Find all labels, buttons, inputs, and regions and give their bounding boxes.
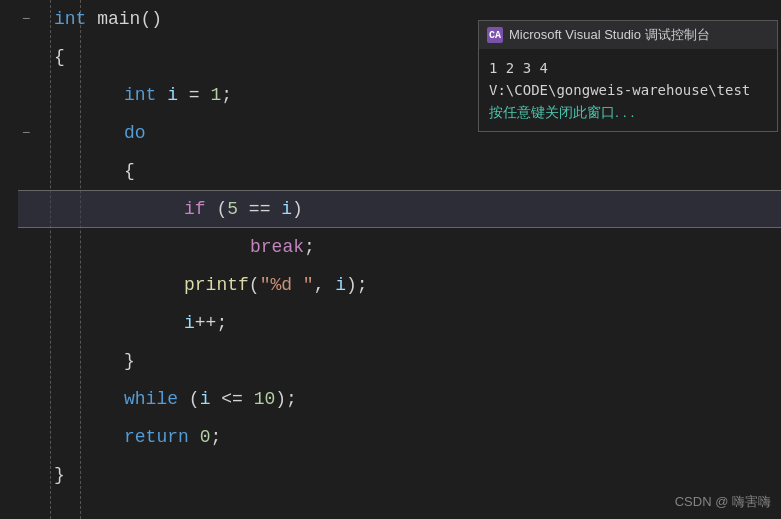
console-title: Microsoft Visual Studio 调试控制台 bbox=[509, 26, 710, 44]
token: ); bbox=[275, 380, 297, 418]
token: "%d " bbox=[260, 266, 314, 304]
token: 5 bbox=[227, 190, 238, 228]
token: break bbox=[250, 228, 304, 266]
vs-icon: CA bbox=[487, 27, 503, 43]
token: while bbox=[124, 380, 178, 418]
token: , bbox=[314, 266, 336, 304]
console-window: CA Microsoft Visual Studio 调试控制台 1 2 3 4… bbox=[478, 20, 778, 132]
token: ( bbox=[206, 190, 228, 228]
token: i bbox=[200, 380, 211, 418]
token: { bbox=[124, 152, 135, 190]
token: ; bbox=[221, 76, 232, 114]
code-line-13: } bbox=[18, 456, 781, 494]
token: = bbox=[178, 76, 210, 114]
token: ( bbox=[178, 380, 200, 418]
console-titlebar: CA Microsoft Visual Studio 调试控制台 bbox=[479, 21, 777, 49]
watermark: CSDN @ 嗨害嗨 bbox=[675, 493, 771, 511]
token: i bbox=[281, 190, 292, 228]
token: ); bbox=[346, 266, 368, 304]
token: printf bbox=[184, 266, 249, 304]
token: <= bbox=[210, 380, 253, 418]
token: if bbox=[184, 190, 206, 228]
collapse-icon-2[interactable]: − bbox=[22, 114, 30, 152]
token: == bbox=[238, 190, 281, 228]
code-line-12: return 0 ; bbox=[18, 418, 781, 456]
token: } bbox=[54, 456, 65, 494]
token: ( bbox=[249, 266, 260, 304]
token bbox=[189, 418, 200, 456]
console-body: 1 2 3 4 V:\CODE\gongweis-warehouse\test … bbox=[479, 49, 777, 131]
token: ++; bbox=[195, 304, 227, 342]
token: 0 bbox=[200, 418, 211, 456]
code-line-5: { bbox=[18, 152, 781, 190]
token bbox=[156, 76, 167, 114]
console-output-2: V:\CODE\gongweis-warehouse\test bbox=[489, 79, 767, 101]
code-line-9: i ++; bbox=[18, 304, 781, 342]
token: 1 bbox=[210, 76, 221, 114]
token: } bbox=[124, 342, 135, 380]
token: { bbox=[54, 38, 65, 76]
collapse-icon-1[interactable]: − bbox=[22, 0, 30, 38]
code-line-6: if ( 5 == i ) bbox=[18, 190, 781, 228]
token: ) bbox=[292, 190, 303, 228]
code-line-7: break ; bbox=[18, 228, 781, 266]
code-line-10: } bbox=[18, 342, 781, 380]
token: do bbox=[124, 114, 146, 152]
code-line-11: while ( i <= 10 ); bbox=[18, 380, 781, 418]
token: return bbox=[124, 418, 189, 456]
token: i bbox=[335, 266, 346, 304]
token: 10 bbox=[254, 380, 276, 418]
token: ; bbox=[304, 228, 315, 266]
token: i bbox=[184, 304, 195, 342]
console-output-3: 按任意键关闭此窗口. . . bbox=[489, 101, 767, 123]
token: i bbox=[167, 76, 178, 114]
code-line-8: printf ( "%d " , i ); bbox=[18, 266, 781, 304]
token: int bbox=[54, 0, 86, 38]
console-output-1: 1 2 3 4 bbox=[489, 57, 767, 79]
token: main() bbox=[86, 0, 162, 38]
token: ; bbox=[210, 418, 221, 456]
token: int bbox=[124, 76, 156, 114]
